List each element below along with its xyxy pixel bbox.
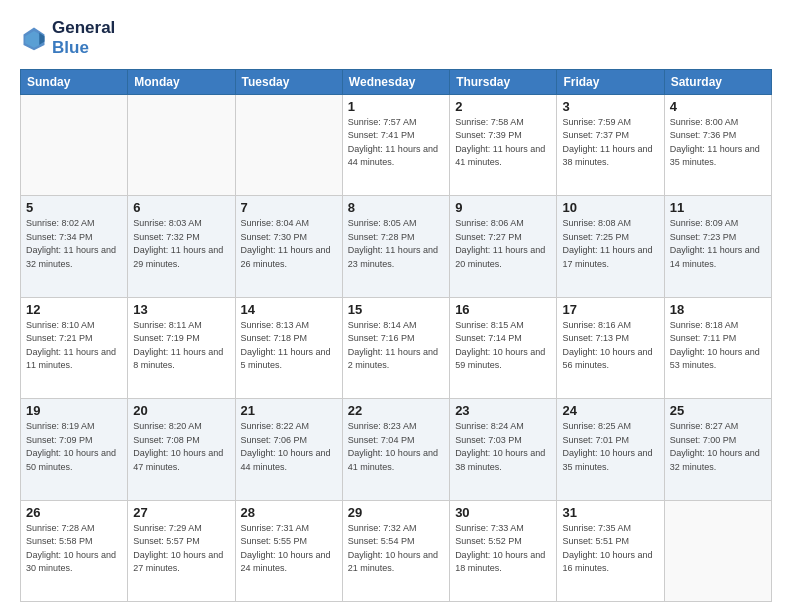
- day-info: Sunrise: 8:09 AMSunset: 7:23 PMDaylight:…: [670, 217, 766, 271]
- day-info: Sunrise: 8:02 AMSunset: 7:34 PMDaylight:…: [26, 217, 122, 271]
- day-number: 11: [670, 200, 766, 215]
- day-number: 19: [26, 403, 122, 418]
- day-cell: 2Sunrise: 7:58 AMSunset: 7:39 PMDaylight…: [450, 94, 557, 195]
- day-number: 31: [562, 505, 658, 520]
- day-cell: 1Sunrise: 7:57 AMSunset: 7:41 PMDaylight…: [342, 94, 449, 195]
- day-number: 6: [133, 200, 229, 215]
- week-row-2: 12Sunrise: 8:10 AMSunset: 7:21 PMDayligh…: [21, 297, 772, 398]
- calendar-table: SundayMondayTuesdayWednesdayThursdayFrid…: [20, 69, 772, 602]
- day-cell: 5Sunrise: 8:02 AMSunset: 7:34 PMDaylight…: [21, 196, 128, 297]
- weekday-header-sunday: Sunday: [21, 69, 128, 94]
- day-number: 24: [562, 403, 658, 418]
- day-cell: 12Sunrise: 8:10 AMSunset: 7:21 PMDayligh…: [21, 297, 128, 398]
- day-cell: [235, 94, 342, 195]
- day-info: Sunrise: 8:15 AMSunset: 7:14 PMDaylight:…: [455, 319, 551, 373]
- day-cell: 4Sunrise: 8:00 AMSunset: 7:36 PMDaylight…: [664, 94, 771, 195]
- day-cell: 7Sunrise: 8:04 AMSunset: 7:30 PMDaylight…: [235, 196, 342, 297]
- day-info: Sunrise: 8:08 AMSunset: 7:25 PMDaylight:…: [562, 217, 658, 271]
- day-info: Sunrise: 8:22 AMSunset: 7:06 PMDaylight:…: [241, 420, 337, 474]
- day-info: Sunrise: 8:16 AMSunset: 7:13 PMDaylight:…: [562, 319, 658, 373]
- day-cell: [664, 500, 771, 601]
- day-cell: 23Sunrise: 8:24 AMSunset: 7:03 PMDayligh…: [450, 399, 557, 500]
- day-info: Sunrise: 8:19 AMSunset: 7:09 PMDaylight:…: [26, 420, 122, 474]
- day-number: 20: [133, 403, 229, 418]
- day-number: 7: [241, 200, 337, 215]
- logo-icon: [20, 24, 48, 52]
- day-number: 5: [26, 200, 122, 215]
- day-number: 10: [562, 200, 658, 215]
- day-info: Sunrise: 7:33 AMSunset: 5:52 PMDaylight:…: [455, 522, 551, 576]
- day-cell: 13Sunrise: 8:11 AMSunset: 7:19 PMDayligh…: [128, 297, 235, 398]
- day-number: 4: [670, 99, 766, 114]
- day-cell: 30Sunrise: 7:33 AMSunset: 5:52 PMDayligh…: [450, 500, 557, 601]
- day-number: 2: [455, 99, 551, 114]
- day-cell: 31Sunrise: 7:35 AMSunset: 5:51 PMDayligh…: [557, 500, 664, 601]
- day-number: 18: [670, 302, 766, 317]
- day-info: Sunrise: 8:25 AMSunset: 7:01 PMDaylight:…: [562, 420, 658, 474]
- day-info: Sunrise: 7:57 AMSunset: 7:41 PMDaylight:…: [348, 116, 444, 170]
- day-cell: 25Sunrise: 8:27 AMSunset: 7:00 PMDayligh…: [664, 399, 771, 500]
- day-cell: 19Sunrise: 8:19 AMSunset: 7:09 PMDayligh…: [21, 399, 128, 500]
- day-info: Sunrise: 7:58 AMSunset: 7:39 PMDaylight:…: [455, 116, 551, 170]
- day-info: Sunrise: 8:23 AMSunset: 7:04 PMDaylight:…: [348, 420, 444, 474]
- day-cell: 22Sunrise: 8:23 AMSunset: 7:04 PMDayligh…: [342, 399, 449, 500]
- day-cell: 29Sunrise: 7:32 AMSunset: 5:54 PMDayligh…: [342, 500, 449, 601]
- day-number: 27: [133, 505, 229, 520]
- day-cell: 3Sunrise: 7:59 AMSunset: 7:37 PMDaylight…: [557, 94, 664, 195]
- weekday-header-thursday: Thursday: [450, 69, 557, 94]
- day-number: 8: [348, 200, 444, 215]
- day-number: 13: [133, 302, 229, 317]
- logo-text: General Blue: [52, 18, 115, 59]
- week-row-1: 5Sunrise: 8:02 AMSunset: 7:34 PMDaylight…: [21, 196, 772, 297]
- day-info: Sunrise: 7:32 AMSunset: 5:54 PMDaylight:…: [348, 522, 444, 576]
- day-info: Sunrise: 8:27 AMSunset: 7:00 PMDaylight:…: [670, 420, 766, 474]
- day-number: 17: [562, 302, 658, 317]
- logo: General Blue: [20, 18, 115, 59]
- day-number: 3: [562, 99, 658, 114]
- weekday-header-row: SundayMondayTuesdayWednesdayThursdayFrid…: [21, 69, 772, 94]
- day-cell: 21Sunrise: 8:22 AMSunset: 7:06 PMDayligh…: [235, 399, 342, 500]
- day-cell: 24Sunrise: 8:25 AMSunset: 7:01 PMDayligh…: [557, 399, 664, 500]
- day-number: 9: [455, 200, 551, 215]
- day-info: Sunrise: 8:20 AMSunset: 7:08 PMDaylight:…: [133, 420, 229, 474]
- week-row-3: 19Sunrise: 8:19 AMSunset: 7:09 PMDayligh…: [21, 399, 772, 500]
- week-row-4: 26Sunrise: 7:28 AMSunset: 5:58 PMDayligh…: [21, 500, 772, 601]
- day-info: Sunrise: 8:04 AMSunset: 7:30 PMDaylight:…: [241, 217, 337, 271]
- day-info: Sunrise: 8:24 AMSunset: 7:03 PMDaylight:…: [455, 420, 551, 474]
- day-info: Sunrise: 8:00 AMSunset: 7:36 PMDaylight:…: [670, 116, 766, 170]
- day-info: Sunrise: 7:28 AMSunset: 5:58 PMDaylight:…: [26, 522, 122, 576]
- day-cell: 8Sunrise: 8:05 AMSunset: 7:28 PMDaylight…: [342, 196, 449, 297]
- day-cell: 15Sunrise: 8:14 AMSunset: 7:16 PMDayligh…: [342, 297, 449, 398]
- day-cell: 28Sunrise: 7:31 AMSunset: 5:55 PMDayligh…: [235, 500, 342, 601]
- day-cell: 11Sunrise: 8:09 AMSunset: 7:23 PMDayligh…: [664, 196, 771, 297]
- day-cell: [128, 94, 235, 195]
- day-info: Sunrise: 8:10 AMSunset: 7:21 PMDaylight:…: [26, 319, 122, 373]
- weekday-header-tuesday: Tuesday: [235, 69, 342, 94]
- day-number: 25: [670, 403, 766, 418]
- day-info: Sunrise: 8:11 AMSunset: 7:19 PMDaylight:…: [133, 319, 229, 373]
- day-number: 21: [241, 403, 337, 418]
- weekday-header-saturday: Saturday: [664, 69, 771, 94]
- day-number: 28: [241, 505, 337, 520]
- week-row-0: 1Sunrise: 7:57 AMSunset: 7:41 PMDaylight…: [21, 94, 772, 195]
- weekday-header-monday: Monday: [128, 69, 235, 94]
- day-number: 15: [348, 302, 444, 317]
- day-info: Sunrise: 7:31 AMSunset: 5:55 PMDaylight:…: [241, 522, 337, 576]
- day-number: 23: [455, 403, 551, 418]
- day-number: 22: [348, 403, 444, 418]
- day-cell: 10Sunrise: 8:08 AMSunset: 7:25 PMDayligh…: [557, 196, 664, 297]
- day-number: 29: [348, 505, 444, 520]
- day-info: Sunrise: 7:59 AMSunset: 7:37 PMDaylight:…: [562, 116, 658, 170]
- day-info: Sunrise: 7:29 AMSunset: 5:57 PMDaylight:…: [133, 522, 229, 576]
- day-number: 14: [241, 302, 337, 317]
- day-number: 12: [26, 302, 122, 317]
- day-cell: 18Sunrise: 8:18 AMSunset: 7:11 PMDayligh…: [664, 297, 771, 398]
- day-info: Sunrise: 8:06 AMSunset: 7:27 PMDaylight:…: [455, 217, 551, 271]
- day-cell: 6Sunrise: 8:03 AMSunset: 7:32 PMDaylight…: [128, 196, 235, 297]
- day-info: Sunrise: 8:18 AMSunset: 7:11 PMDaylight:…: [670, 319, 766, 373]
- day-number: 26: [26, 505, 122, 520]
- day-cell: [21, 94, 128, 195]
- header: General Blue: [20, 18, 772, 59]
- day-number: 30: [455, 505, 551, 520]
- day-cell: 26Sunrise: 7:28 AMSunset: 5:58 PMDayligh…: [21, 500, 128, 601]
